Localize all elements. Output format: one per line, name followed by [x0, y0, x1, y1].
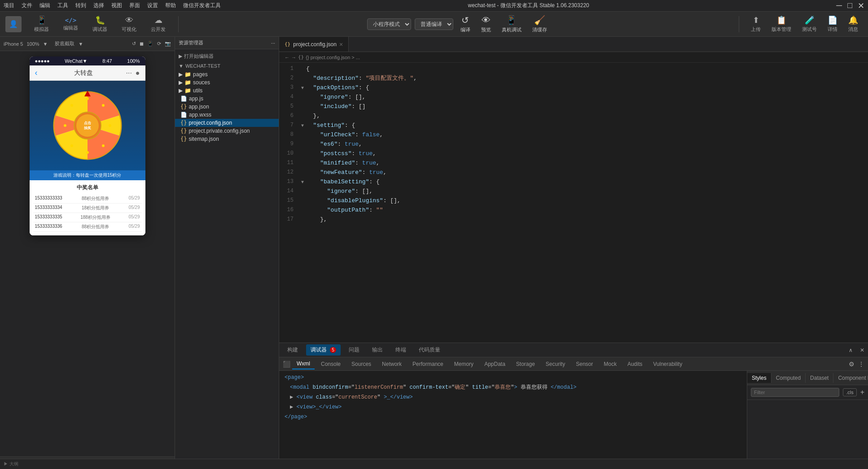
devtools-close-btn[interactable]: ✕	[860, 347, 864, 353]
visualize-button[interactable]: 👁 可视化	[116, 14, 142, 35]
menu-item-settings[interactable]: 设置	[147, 2, 158, 9]
compile-button[interactable]: ↺ 编译	[457, 13, 474, 35]
tree-item-pages[interactable]: ▶ 📁 pages	[175, 70, 279, 78]
device-label: iPhone 5	[4, 41, 23, 47]
close-button[interactable]: ✕	[858, 1, 864, 11]
devtools-tab-build[interactable]: 构建	[283, 344, 302, 356]
devtools-subtab-sources[interactable]: Sources	[347, 359, 376, 369]
version-mgr-label: 版本管理	[772, 26, 791, 33]
mode-select[interactable]: 小程序模式	[367, 18, 411, 30]
tree-item-app-wxss[interactable]: 📄 app.wxss	[175, 111, 279, 119]
editor-button[interactable]: </> 编辑器	[58, 15, 83, 33]
add-style-button[interactable]: +	[860, 388, 864, 396]
wxml-inspect-icon[interactable]: ⬛	[283, 360, 290, 368]
version-mgr-button[interactable]: 📋 版本管理	[767, 13, 796, 35]
devtools-subtab-vulnerability[interactable]: Vulnerability	[649, 359, 687, 369]
prize-row-1: 15333333333 88积分抵用券 05/29	[33, 194, 142, 204]
tree-item-app-json[interactable]: {} app.json	[175, 103, 279, 111]
utils-folder-icon: 📁	[184, 87, 191, 94]
devtools-subtab-appdata[interactable]: AppData	[480, 359, 510, 369]
open-editors-section[interactable]: ▶ 打开始编辑器	[175, 51, 279, 61]
tree-item-project-private[interactable]: {} project.private.config.json	[175, 127, 279, 135]
refresh-button[interactable]: ↺	[132, 41, 136, 47]
tree-item-project-config[interactable]: {} project.config.json	[175, 119, 279, 127]
minimize-button[interactable]: ─	[836, 1, 842, 10]
game-description: 游戏说明：每转盘一次使用15积分	[30, 170, 145, 180]
zoom-dropdown[interactable]: ▼	[43, 41, 48, 47]
compile-icon: ↺	[461, 15, 469, 26]
menu-item-goto[interactable]: 转到	[75, 2, 86, 9]
spin-wheel[interactable]: 点击 抽奖	[52, 90, 123, 161]
devtools-tab-output[interactable]: 输出	[368, 344, 387, 356]
right-tab-styles[interactable]: Styles	[747, 373, 772, 383]
devtools-collapse-btn[interactable]: ∧	[849, 347, 853, 353]
tree-item-app-js[interactable]: 📄 app.js	[175, 95, 279, 103]
tree-item-utils[interactable]: ▶ 📁 utils	[175, 87, 279, 95]
debugger-button[interactable]: 🐛 调试器	[87, 13, 113, 35]
menu-item-help[interactable]: 帮助	[165, 2, 176, 9]
details-button[interactable]: 📄 详情	[823, 13, 842, 35]
menu-dots[interactable]: ···	[126, 69, 132, 77]
network-dropdown[interactable]: ▼	[78, 41, 83, 47]
devtools-subtab-wxml[interactable]: Wxml	[292, 359, 315, 369]
notifications-button[interactable]: 🔔 消息	[844, 13, 863, 35]
visualize-icon: 👁	[125, 16, 133, 25]
devtools-subtab-audits[interactable]: Audits	[623, 359, 647, 369]
device-toggle[interactable]: 📱	[147, 41, 153, 47]
tab-close-button[interactable]: ×	[339, 41, 343, 48]
upload-label: 上传	[751, 26, 761, 33]
menu-item-project[interactable]: 项目	[4, 2, 14, 9]
menu-item-select[interactable]: 选择	[93, 2, 104, 9]
cls-button[interactable]: .cls	[843, 388, 857, 396]
clear-cache-button[interactable]: 🧹 清缓存	[529, 13, 551, 35]
test-button[interactable]: 🧪 测试号	[798, 13, 821, 35]
simulator-button[interactable]: 📱 模拟器	[29, 13, 54, 35]
preview-button[interactable]: 👁 预览	[478, 13, 495, 35]
devtools-tab-issues[interactable]: 问题	[344, 344, 364, 356]
right-tab-dataset[interactable]: Dataset	[806, 373, 833, 383]
real-device-button[interactable]: 📱 真机调试	[498, 13, 525, 35]
devtools-subtab-memory[interactable]: Memory	[450, 359, 478, 369]
devtools-subtab-sensor[interactable]: Sensor	[571, 359, 597, 369]
back-button[interactable]: ‹	[35, 68, 38, 78]
tree-item-souces[interactable]: ▶ 📁 souces	[175, 78, 279, 87]
styles-filter-input[interactable]	[751, 388, 839, 397]
devtools-tab-codequality[interactable]: 代码质量	[414, 344, 445, 356]
stop-button[interactable]: ◼	[140, 41, 144, 47]
devtools-subtab-network[interactable]: Network	[377, 359, 406, 369]
simulator-toolbar: iPhone 5 100% ▼ 胶底截取 ▼ ↺ ◼ 📱 ⟳ 📷	[0, 37, 175, 51]
maximize-button[interactable]: □	[847, 1, 852, 10]
explorer-more-icon[interactable]: ···	[271, 40, 275, 46]
devtools-subtab-performance[interactable]: Performance	[408, 359, 448, 369]
code-line-15: 15 "disablePlugins": [],	[279, 196, 868, 206]
breadcrumb-back[interactable]: ←	[285, 55, 289, 60]
devtools-subtab-storage[interactable]: Storage	[512, 359, 539, 369]
screenshot-button[interactable]: 📷	[165, 41, 171, 47]
menu-item-file[interactable]: 文件	[22, 2, 32, 9]
menu-item-tools[interactable]: 工具	[57, 2, 68, 9]
right-tab-component-data[interactable]: Component Data	[833, 373, 868, 383]
menu-item-interface[interactable]: 界面	[129, 2, 140, 9]
editor-icon: </>	[65, 17, 76, 24]
rotate-button[interactable]: ⟳	[157, 41, 161, 47]
compile-select[interactable]: 普通编译	[415, 18, 453, 30]
menu-item-edit[interactable]: 编辑	[39, 2, 50, 9]
record-button[interactable]: ●	[136, 69, 140, 77]
menu-item-wechat[interactable]: 微信开发者工具	[183, 2, 221, 9]
devtools-subtab-mock[interactable]: Mock	[599, 359, 621, 369]
devtools-tab-console[interactable]: 终端	[391, 344, 411, 356]
tree-item-sitemap[interactable]: {} sitemap.json	[175, 135, 279, 143]
upload-button[interactable]: ⬆ 上传	[746, 13, 765, 35]
code-editor: {} project.config.json × ← → {} {} proje…	[279, 37, 868, 469]
devtools-subtab-console[interactable]: Console	[316, 359, 345, 369]
devtools-tab-debug[interactable]: 调试器 5	[306, 344, 341, 356]
right-tab-computed[interactable]: Computed	[772, 373, 806, 383]
devtools-settings-icon[interactable]: ⚙	[849, 360, 855, 368]
project-section[interactable]: ▼ WECHAT-TEST	[175, 61, 279, 70]
editor-tab-project-config[interactable]: {} project.config.json ×	[279, 37, 349, 52]
breadcrumb-forward[interactable]: →	[291, 55, 296, 60]
devtools-subtab-security[interactable]: Security	[541, 359, 570, 369]
cloud-button[interactable]: ☁ 云开发	[145, 13, 171, 35]
menu-item-view[interactable]: 视图	[111, 2, 122, 9]
devtools-more-icon[interactable]: ⋮	[858, 360, 864, 368]
